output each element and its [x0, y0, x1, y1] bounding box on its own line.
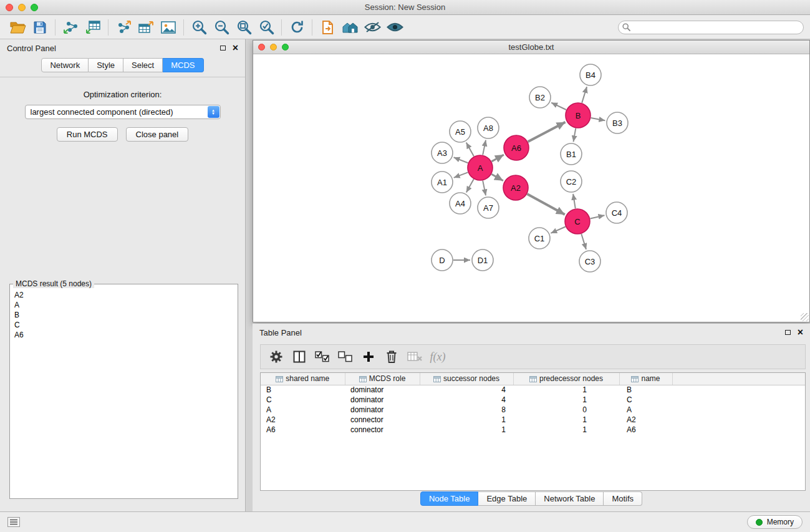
table-cell[interactable]: dominator — [345, 395, 420, 405]
table-cell[interactable]: A6 — [619, 425, 672, 435]
table-tab-network-table[interactable]: Network Table — [536, 491, 604, 506]
zoom-out-button[interactable] — [210, 17, 233, 37]
close-panel-button[interactable]: Close panel — [126, 127, 189, 142]
table-cell[interactable]: 1 — [513, 425, 619, 435]
minimize-window-button[interactable] — [18, 4, 26, 11]
mcds-result-item[interactable]: B — [14, 310, 233, 320]
graph-edge-A6-B[interactable] — [528, 122, 566, 142]
graph-node-A8[interactable]: A8 — [478, 117, 499, 138]
graph-node-D[interactable]: D — [432, 249, 453, 271]
graph-edge-B-B4[interactable] — [582, 87, 587, 103]
graph-edge-B-B2[interactable] — [551, 103, 566, 110]
table-cell[interactable]: 8 — [420, 405, 513, 415]
run-mcds-button[interactable]: Run MCDS — [57, 127, 118, 142]
save-session-button[interactable] — [29, 17, 51, 37]
graph-node-A7[interactable]: A7 — [478, 197, 499, 218]
graph-edge-C-C2[interactable] — [573, 194, 576, 209]
graph-edge-A-A1[interactable] — [454, 172, 468, 178]
column-header-successor-nodes[interactable]: successor nodes — [420, 373, 513, 385]
close-table-panel-icon[interactable]: × — [798, 329, 803, 336]
criterion-dropdown[interactable]: largest connected component (directed) ▲… — [25, 105, 221, 119]
show-graphics-details-button[interactable] — [383, 17, 406, 37]
table-cell[interactable]: A6 — [261, 425, 345, 435]
graph-edge-B-B1[interactable] — [574, 128, 576, 142]
mcds-result-item[interactable]: A2 — [14, 290, 233, 300]
float-panel-icon[interactable] — [220, 46, 226, 51]
table-cell[interactable]: 1 — [513, 385, 619, 395]
table-cell[interactable]: A2 — [619, 415, 672, 425]
network-minimize-button[interactable] — [270, 44, 277, 51]
table-cell[interactable]: 1 — [420, 425, 513, 435]
network-graph[interactable]: B4B2BB3A5A8A6A3B1AA1C2A2A4A7C4CC1C3DD1 — [253, 54, 809, 322]
table-cell[interactable]: B — [619, 385, 672, 395]
graph-node-A[interactable]: A — [468, 155, 493, 180]
delete-rows-button[interactable] — [382, 347, 401, 366]
add-row-button[interactable] — [359, 347, 378, 366]
table-cell[interactable]: 4 — [420, 395, 513, 405]
table-cell[interactable]: B — [261, 385, 345, 395]
network-zoom-button[interactable] — [282, 44, 289, 51]
zoom-selected-button[interactable] — [255, 17, 277, 37]
open-file-button[interactable] — [6, 17, 29, 37]
graph-node-B2[interactable]: B2 — [529, 87, 551, 108]
graph-edge-A-A2[interactable] — [491, 174, 503, 180]
control-panel-tab-style[interactable]: Style — [89, 58, 123, 72]
graph-node-C1[interactable]: C1 — [529, 228, 550, 249]
import-network-from-file-button[interactable] — [59, 17, 82, 37]
select-all-button[interactable] — [313, 347, 332, 366]
column-header-shared-name[interactable]: shared name — [261, 373, 345, 385]
graph-node-A4[interactable]: A4 — [450, 193, 471, 214]
table-row[interactable]: Cdominator41C — [261, 395, 805, 405]
control-panel-tab-select[interactable]: Select — [123, 58, 163, 72]
close-panel-icon[interactable]: × — [233, 44, 238, 52]
zoom-window-button[interactable] — [31, 4, 38, 11]
graph-edge-A-A3[interactable] — [454, 157, 468, 163]
memory-button[interactable]: Memory — [747, 515, 803, 529]
graph-node-B4[interactable]: B4 — [580, 64, 601, 85]
zoom-fit-button[interactable] — [233, 17, 255, 37]
table-cell[interactable]: C — [261, 395, 345, 405]
table-cell[interactable]: 0 — [513, 405, 619, 415]
table-cell[interactable]: A2 — [261, 415, 345, 425]
network-window-titlebar[interactable]: testGlobe.txt — [253, 41, 809, 54]
graph-node-A3[interactable]: A3 — [432, 142, 453, 163]
graph-node-C4[interactable]: C4 — [606, 202, 627, 223]
graph-edge-C-C1[interactable] — [551, 227, 566, 233]
export-table-button[interactable] — [135, 17, 157, 37]
table-cell[interactable]: 1 — [513, 395, 619, 405]
close-window-button[interactable] — [6, 4, 13, 11]
graph-node-C[interactable]: C — [565, 209, 590, 234]
table-cell[interactable]: 1 — [420, 415, 513, 425]
graph-node-C3[interactable]: C3 — [579, 251, 600, 272]
mcds-result-item[interactable]: A — [14, 300, 233, 310]
graph-node-B1[interactable]: B1 — [561, 143, 582, 165]
graph-edge-A-A8[interactable] — [483, 140, 486, 155]
float-table-panel-icon[interactable] — [785, 330, 791, 335]
export-image-button[interactable] — [157, 17, 180, 37]
table-tab-edge-table[interactable]: Edge Table — [478, 491, 536, 506]
mcds-result-item[interactable]: A6 — [14, 330, 233, 340]
graph-edge-A2-C[interactable] — [527, 194, 564, 215]
first-neighbors-button[interactable] — [339, 17, 361, 37]
network-close-button[interactable] — [258, 44, 265, 51]
table-row[interactable]: A6connector11A6 — [261, 425, 805, 435]
column-header-name[interactable]: name — [619, 373, 672, 385]
column-header-MCDS-role[interactable]: MCDS role — [345, 373, 420, 385]
graph-node-A2[interactable]: A2 — [503, 175, 528, 200]
graph-edge-C-C3[interactable] — [581, 234, 586, 249]
zoom-in-button[interactable] — [188, 17, 210, 37]
table-cell[interactable]: dominator — [345, 405, 420, 415]
graph-edge-A-A7[interactable] — [483, 181, 486, 196]
table-cell[interactable]: dominator — [345, 385, 420, 395]
table-tab-motifs[interactable]: Motifs — [604, 491, 642, 506]
table-cell[interactable]: A — [261, 405, 345, 415]
deselect-all-button[interactable] — [336, 347, 355, 366]
table-row[interactable]: Bdominator41B — [261, 385, 805, 395]
resize-grip[interactable] — [801, 313, 809, 321]
table-row[interactable]: Adominator80A — [261, 405, 805, 415]
show-columns-button[interactable] — [290, 347, 309, 366]
table-tab-node-table[interactable]: Node Table — [420, 491, 479, 506]
table-cell[interactable]: A — [619, 405, 672, 415]
graph-node-B3[interactable]: B3 — [607, 112, 628, 133]
graph-node-C2[interactable]: C2 — [561, 171, 582, 192]
